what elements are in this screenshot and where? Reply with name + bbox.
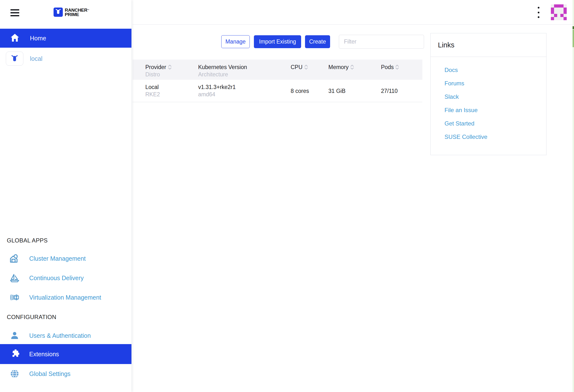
hamburger-bar <box>10 15 19 16</box>
home-icon <box>10 34 19 43</box>
column-subheader-architecture: Architecture <box>198 71 291 78</box>
architecture-value: amd64 <box>198 91 291 98</box>
section-label-global-apps: GLOBAL APPS <box>7 237 48 244</box>
section-label-configuration: CONFIGURATION <box>7 314 56 320</box>
sort-arrows-icon <box>304 64 308 70</box>
kebab-dot <box>538 16 539 18</box>
sort-provider[interactable]: Provider <box>145 63 198 71</box>
puzzle-icon <box>10 349 20 359</box>
manage-button[interactable]: Manage <box>221 35 250 48</box>
column-subheader-distro: Distro <box>145 71 198 78</box>
globe-icon <box>10 369 20 378</box>
sidebar-item-virtualization-management[interactable]: Virtualization Management <box>0 288 131 307</box>
column-header-pods: Pods <box>381 63 422 80</box>
sidebar-item-label: Cluster Management <box>29 255 86 262</box>
hamburger-bar <box>10 12 19 13</box>
sort-memory[interactable]: Memory <box>328 63 381 71</box>
sort-arrows-icon <box>168 64 172 70</box>
sidebar-item-extensions[interactable]: Extensions <box>0 344 131 364</box>
sort-cpu[interactable]: CPU <box>291 63 328 71</box>
link-slack[interactable]: Slack <box>445 90 546 103</box>
link-suse-collective[interactable]: SUSE Collective <box>445 130 546 144</box>
cell-provider: Local RKE2 <box>145 83 198 102</box>
sort-arrows-icon <box>350 64 354 70</box>
cluster-management-icon <box>10 254 20 263</box>
create-button[interactable]: Create <box>305 35 330 48</box>
link-docs[interactable]: Docs <box>445 63 546 77</box>
cluster-name: local <box>30 55 42 62</box>
cluster-provider-value: Local <box>145 83 198 91</box>
clusters-table: Provider Distro Kubernetes Version Archi… <box>133 60 422 102</box>
sidebar-item-home[interactable]: Home <box>0 29 131 48</box>
sidebar-item-local-cluster[interactable]: local <box>0 48 131 70</box>
sidebar-item-continuous-delivery[interactable]: Continuous Delivery <box>0 268 131 288</box>
link-get-started[interactable]: Get Started <box>445 117 546 130</box>
cluster-badge <box>6 52 23 66</box>
table-row-local-cluster[interactable]: Local RKE2 v1.31.3+rke2r1 amd64 8 cores … <box>133 80 422 102</box>
cell-memory: 31 GiB <box>328 83 381 102</box>
kubernetes-version-value: v1.31.3+rke2r1 <box>198 83 291 91</box>
sidebar-item-label: Home <box>30 35 46 42</box>
table-header-row: Provider Distro Kubernetes Version Archi… <box>133 60 422 80</box>
column-header-memory: Memory <box>328 63 381 80</box>
hamburger-menu-button[interactable] <box>10 9 19 16</box>
header-kebab-menu-button[interactable] <box>535 7 542 18</box>
bull-icon <box>10 55 19 62</box>
links-panel-title: Links <box>430 33 546 57</box>
column-header-provider: Provider Distro <box>145 63 198 80</box>
sidebar-item-label: Global Settings <box>29 370 71 377</box>
sailboat-icon <box>10 273 20 282</box>
sidebar-item-label: Extensions <box>29 351 59 358</box>
sidebar-item-cluster-management[interactable]: Cluster Management <box>0 249 131 268</box>
rancher-prime-logo[interactable]: RANCHER™ PRIME <box>54 8 89 17</box>
sidebar-item-users-authentication[interactable]: Users & Authentication <box>0 326 131 345</box>
sidebar-item-label: Continuous Delivery <box>29 275 84 281</box>
page-scrollbar[interactable] <box>573 0 574 392</box>
user-icon <box>10 332 20 340</box>
column-header-kubernetes-version: Kubernetes Version Architecture <box>198 63 291 80</box>
sort-arrows-icon <box>395 64 399 70</box>
scrollbar-marker <box>573 26 574 29</box>
cell-cpu: 8 cores <box>291 83 328 102</box>
kebab-dot <box>538 7 539 9</box>
link-forums[interactable]: Forums <box>445 77 546 90</box>
sidebar-item-label: Users & Authentication <box>29 332 91 339</box>
sidebar-item-label: Virtualization Management <box>29 294 101 301</box>
link-file-an-issue[interactable]: File an Issue <box>445 103 546 117</box>
cluster-toolbar: Manage Import Existing Create <box>221 35 424 49</box>
links-panel: Links Docs Forums Slack File an Issue Ge… <box>430 33 547 155</box>
cluster-distro-value: RKE2 <box>145 91 198 98</box>
user-avatar-identicon[interactable] <box>551 4 567 20</box>
sidebar: RANCHER™ PRIME Home local GLOBAL APPS <box>0 0 131 392</box>
sidebar-item-global-settings[interactable]: Global Settings <box>0 364 131 383</box>
cell-pods: 27/110 <box>381 83 422 102</box>
filter-input[interactable] <box>339 35 424 49</box>
sort-pods[interactable]: Pods <box>381 63 422 71</box>
cell-kubernetes-version: v1.31.3+rke2r1 amd64 <box>198 83 291 102</box>
kebab-dot <box>538 12 539 13</box>
column-header-cpu: CPU <box>291 63 328 80</box>
header-divider <box>133 24 573 25</box>
hamburger-bar <box>10 9 19 10</box>
scrollbar-thumb[interactable] <box>573 30 574 47</box>
rancher-bull-icon <box>54 8 63 17</box>
logo-wordmark: RANCHER™ PRIME <box>65 8 89 17</box>
virtualization-icon <box>10 294 20 301</box>
links-list: Docs Forums Slack File an Issue Get Star… <box>430 57 546 144</box>
import-existing-button[interactable]: Import Existing <box>254 35 301 48</box>
